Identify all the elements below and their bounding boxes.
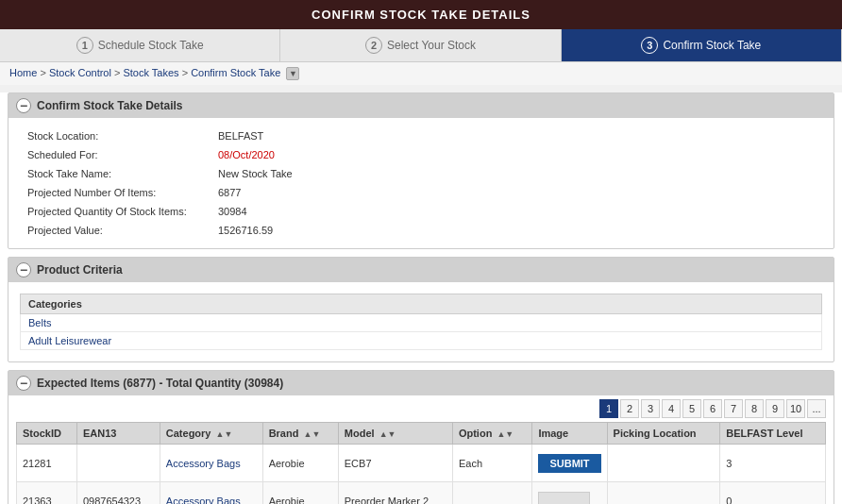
detail-row-2: Stock Take Name: New Stock Take (22, 165, 820, 182)
table-row: 21281 Accessory Bags Aerobie ECB7 Each S… (17, 445, 826, 482)
product-criteria-header[interactable]: − Product Criteria (8, 258, 834, 282)
col-header-brand: Brand ▲▼ (262, 423, 338, 445)
detail-label-4: Projected Quantity Of Stock Items: (22, 203, 210, 220)
page-btn-7[interactable]: 7 (724, 399, 743, 418)
step-label-2: Select Your Stock (387, 39, 476, 52)
cell-category-1: Accessory Bags (160, 482, 262, 505)
category-link-row0[interactable]: Accessory Bags (166, 458, 241, 469)
wizard-steps: 1 Schedule Stock Take 2 Select Your Stoc… (0, 29, 842, 62)
detail-label-0: Stock Location: (22, 127, 210, 144)
product-criteria-body: Categories Belts Adult Leisurewear (8, 282, 834, 361)
detail-value-5: 1526716.59 (212, 222, 820, 239)
submit-button-0[interactable]: SUBMIT (538, 454, 600, 473)
cell-brand-1: Aerobie (262, 482, 338, 505)
breadcrumb: Home > Stock Control > Stock Takes > Con… (0, 62, 842, 85)
detail-label-5: Projected Value: (22, 222, 210, 239)
step-num-3: 3 (641, 37, 658, 54)
confirm-section-title: Confirm Stock Take Details (37, 99, 183, 112)
categories-header: Categories (21, 294, 822, 314)
page-title: CONFIRM STOCK TAKE DETAILS (0, 0, 842, 29)
page-btn-5[interactable]: 5 (682, 399, 701, 418)
details-table: Stock Location: BELFAST Scheduled For: 0… (20, 126, 822, 241)
wizard-step-2[interactable]: 2 Select Your Stock (280, 29, 561, 61)
page-btn-9[interactable]: 9 (766, 399, 784, 418)
cell-category-0: Accessory Bags (160, 445, 262, 482)
pagination: 1 2 3 4 5 6 7 8 9 10 ... (8, 395, 834, 422)
confirm-section: − Confirm Stock Take Details Stock Locat… (8, 92, 834, 249)
breadcrumb-stock-control[interactable]: Stock Control (49, 67, 111, 78)
detail-row-5: Projected Value: 1526716.59 (22, 222, 820, 239)
cell-image-1 (532, 482, 607, 505)
product-criteria-collapse-icon[interactable]: − (16, 262, 31, 277)
page-btn-3[interactable]: 3 (641, 399, 660, 418)
cell-belfast-1: 0 (720, 482, 826, 505)
col-header-ean13: EAN13 (76, 423, 160, 445)
category-link-row1[interactable]: Accessory Bags (166, 496, 241, 505)
category-row-0: Belts (21, 314, 822, 332)
step-num-2: 2 (365, 37, 382, 54)
page-btn-1[interactable]: 1 (599, 399, 618, 418)
items-table-wrapper: StockID EAN13 Category ▲▼ Brand ▲▼ Model… (8, 422, 834, 504)
page-btn-10[interactable]: 10 (786, 399, 805, 418)
breadcrumb-home[interactable]: Home (9, 67, 37, 78)
cell-ean13-0 (76, 445, 160, 482)
detail-value-3: 6877 (212, 184, 820, 201)
detail-row-1: Scheduled For: 08/Oct/2020 (22, 146, 820, 163)
col-header-image: Image (532, 423, 607, 445)
breadcrumb-confirm[interactable]: Confirm Stock Take (191, 67, 280, 78)
cell-belfast-0: 3 (720, 445, 826, 482)
product-criteria-title: Product Criteria (37, 263, 123, 277)
table-row: 21363 0987654323 Accessory Bags Aerobie … (17, 482, 826, 505)
col-header-model: Model ▲▼ (338, 423, 452, 445)
cell-option-0: Each (452, 445, 531, 482)
detail-label-1: Scheduled For: (22, 146, 210, 163)
detail-row-4: Projected Quantity Of Stock Items: 30984 (22, 203, 820, 220)
breadcrumb-stock-takes[interactable]: Stock Takes (123, 67, 178, 78)
cell-option-1 (452, 482, 531, 505)
step-label-1: Schedule Stock Take (98, 39, 204, 52)
cell-picking-0 (607, 445, 720, 482)
category-value-1: Adult Leisurewear (21, 332, 822, 350)
col-header-belfast: BELFAST Level (720, 423, 826, 445)
wizard-step-3[interactable]: 3 Confirm Stock Take (562, 29, 842, 61)
expected-items-header[interactable]: − Expected Items (6877) - Total Quantity… (8, 371, 834, 395)
col-header-picking: Picking Location (607, 423, 720, 445)
page-btn-2[interactable]: 2 (620, 399, 639, 418)
col-header-category: Category ▲▼ (160, 423, 262, 445)
detail-label-3: Projected Number Of Items: (22, 184, 210, 201)
category-link-1[interactable]: Adult Leisurewear (28, 335, 111, 346)
cell-model-1: Preorder Marker 2 (338, 482, 452, 505)
cell-brand-0: Aerobie (262, 445, 338, 482)
detail-value-1: 08/Oct/2020 (212, 146, 820, 163)
cell-stockid-0: 21281 (17, 445, 77, 482)
detail-value-4: 30984 (212, 203, 820, 220)
confirm-section-body: Stock Location: BELFAST Scheduled For: 0… (8, 118, 834, 248)
category-link-0[interactable]: Belts (28, 317, 51, 328)
detail-row-0: Stock Location: BELFAST (22, 127, 820, 144)
page-btn-8[interactable]: 8 (745, 399, 764, 418)
page-btn-4[interactable]: 4 (662, 399, 681, 418)
expected-items-section: − Expected Items (6877) - Total Quantity… (8, 370, 834, 504)
detail-label-2: Stock Take Name: (22, 165, 210, 182)
page-btn-more[interactable]: ... (807, 399, 826, 418)
wizard-step-1[interactable]: 1 Schedule Stock Take (0, 29, 280, 61)
expected-items-collapse-icon[interactable]: − (16, 376, 31, 391)
category-value-0: Belts (21, 314, 822, 332)
items-table: StockID EAN13 Category ▲▼ Brand ▲▼ Model… (16, 422, 826, 504)
confirm-collapse-icon[interactable]: − (16, 98, 31, 113)
detail-value-0: BELFAST (212, 127, 820, 144)
expected-items-title: Expected Items (6877) - Total Quantity (… (37, 377, 283, 390)
cell-ean13-1: 0987654323 (76, 482, 160, 505)
cell-image-0: SUBMIT (532, 445, 607, 482)
detail-value-2: New Stock Take (212, 165, 820, 182)
categories-table: Categories Belts Adult Leisurewear (20, 294, 822, 350)
breadcrumb-dropdown[interactable]: ▼ (286, 67, 299, 80)
page-btn-6[interactable]: 6 (703, 399, 722, 418)
step-num-1: 1 (76, 37, 93, 54)
product-criteria-section: − Product Criteria Categories Belts (8, 257, 834, 362)
content-area: − Confirm Stock Take Details Stock Locat… (0, 92, 842, 504)
col-header-option: Option ▲▼ (452, 423, 531, 445)
confirm-section-header[interactable]: − Confirm Stock Take Details (8, 93, 834, 118)
cell-model-0: ECB7 (338, 445, 452, 482)
step-label-3: Confirm Stock Take (663, 39, 761, 52)
